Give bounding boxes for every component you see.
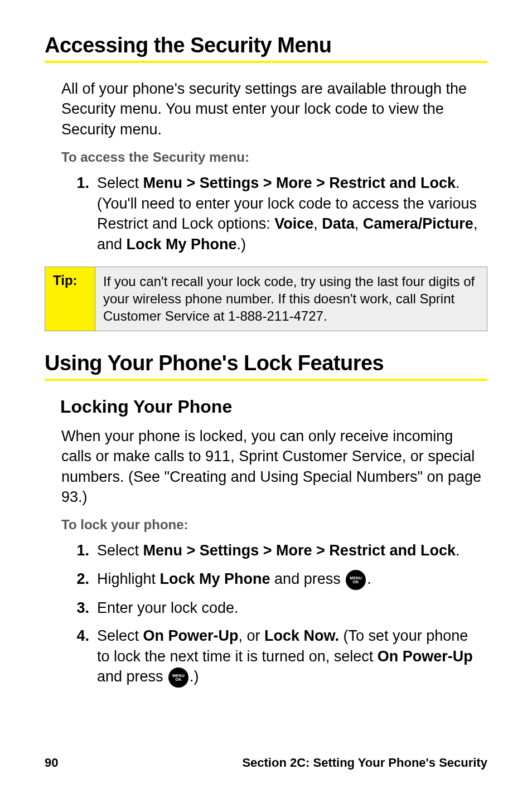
option-data: Data — [322, 215, 355, 232]
option-on-powerup: On Power-Up — [143, 627, 239, 644]
lock-step-4: 4. Select On Power-Up, or Lock Now. (To … — [74, 626, 482, 688]
option-camera: Camera/Picture — [363, 215, 473, 232]
heading-locking-phone: Locking Your Phone — [60, 396, 487, 417]
step-text: Enter your lock code. — [97, 598, 482, 618]
page: Accessing the Security Menu All of your … — [0, 0, 532, 798]
text: Select — [97, 542, 143, 559]
page-footer: 90 Section 2C: Setting Your Phone's Secu… — [45, 756, 487, 770]
tip-box: Tip: If you can't recall your lock code,… — [45, 267, 487, 331]
lock-step-1: 1. Select Menu > Settings > More > Restr… — [74, 540, 482, 560]
menu-path: Menu > Settings > More > Restrict and Lo… — [143, 175, 456, 191]
divider — [45, 61, 487, 63]
heading-lock-features: Using Your Phone's Lock Features — [45, 351, 487, 375]
text: Highlight — [97, 570, 160, 587]
section-label: Section 2C: Setting Your Phone's Securit… — [242, 756, 487, 770]
locking-paragraph: When your phone is locked, you can only … — [61, 426, 482, 507]
text: Select — [97, 175, 143, 191]
page-number: 90 — [45, 756, 58, 770]
step-number: 4. — [74, 626, 97, 688]
step-number: 2. — [74, 569, 97, 590]
key-bottom: OK — [353, 580, 359, 584]
step-number: 1. — [74, 173, 97, 254]
subhead-access-security: To access the Security menu: — [61, 149, 482, 165]
step-text: Select On Power-Up, or Lock Now. (To set… — [97, 626, 482, 688]
text: and press — [97, 668, 167, 685]
text: , or — [239, 627, 265, 644]
tip-label: Tip: — [45, 267, 95, 331]
key-bottom: OK — [176, 678, 182, 681]
step-number: 3. — [74, 598, 97, 618]
option-voice: Voice — [274, 215, 313, 232]
option-lock-phone: Lock My Phone — [160, 570, 270, 587]
menu-ok-key-icon: MENUOK — [168, 668, 188, 688]
step-text: Select Menu > Settings > More > Restrict… — [97, 540, 482, 560]
text: .) — [237, 236, 246, 253]
divider — [45, 379, 487, 381]
lock-step-3: 3. Enter your lock code. — [74, 598, 482, 618]
menu-ok-key-icon: MENUOK — [346, 570, 366, 590]
key-top: MENU — [350, 576, 362, 580]
tip-text: If you can't recall your lock code, try … — [95, 267, 487, 331]
heading-accessing-security: Accessing the Security Menu — [45, 33, 487, 57]
intro-paragraph: All of your phone's security settings ar… — [61, 79, 482, 139]
lock-step-2: 2. Highlight Lock My Phone and press MEN… — [74, 569, 482, 590]
step-text: Highlight Lock My Phone and press MENUOK… — [97, 569, 482, 590]
text: , — [313, 215, 322, 232]
text: and press — [270, 570, 345, 587]
option-on-powerup: On Power-Up — [378, 648, 473, 665]
text: . — [456, 542, 460, 559]
option-lock-phone: Lock My Phone — [127, 236, 237, 253]
subhead-lock-phone: To lock your phone: — [61, 517, 482, 533]
text: , — [355, 215, 363, 232]
text: Select — [97, 627, 143, 644]
menu-path: Menu > Settings > More > Restrict and Lo… — [143, 542, 456, 559]
step-1: 1. Select Menu > Settings > More > Restr… — [74, 173, 482, 254]
key-top: MENU — [172, 674, 185, 678]
step-text: Select Menu > Settings > More > Restrict… — [97, 173, 482, 254]
option-lock-now: Lock Now. — [264, 627, 339, 644]
text: .) — [190, 668, 199, 685]
step-number: 1. — [74, 540, 97, 560]
text: . — [367, 570, 371, 587]
